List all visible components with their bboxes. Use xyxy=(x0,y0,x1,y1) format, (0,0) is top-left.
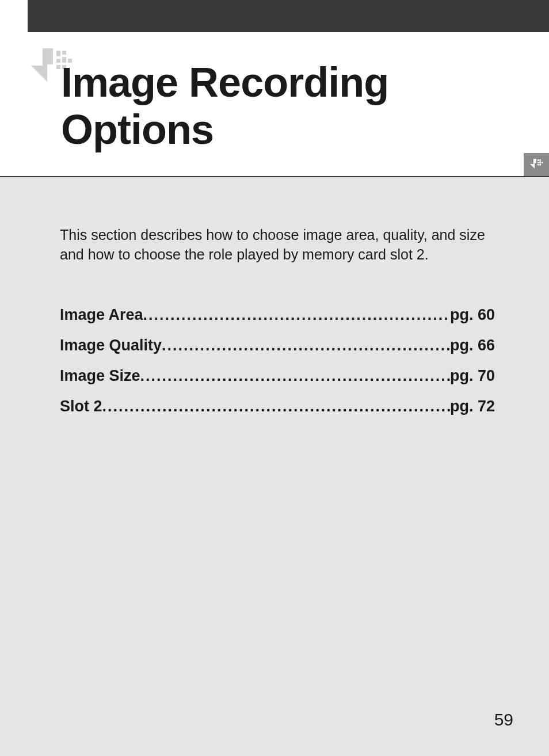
toc-dots xyxy=(102,398,450,415)
white-corner-tab xyxy=(0,0,28,32)
toc-entry: Image Size pg. 70 xyxy=(60,367,495,385)
svg-rect-10 xyxy=(540,162,542,164)
toc-dots xyxy=(140,367,450,385)
side-thumb-tab xyxy=(524,153,549,176)
intro-paragraph: This section describes how to choose ima… xyxy=(60,226,495,265)
svg-rect-1 xyxy=(62,51,66,55)
toc-label: Image Size xyxy=(60,367,140,385)
toc-entry: Image Quality pg. 66 xyxy=(60,337,495,354)
svg-rect-2 xyxy=(56,59,60,63)
chapter-title: Image Recording Options xyxy=(61,59,549,153)
toc-page-ref: pg. 60 xyxy=(450,306,495,324)
toc-label: Slot 2 xyxy=(60,398,102,415)
top-header-bar xyxy=(0,0,549,32)
svg-rect-5 xyxy=(56,65,60,69)
toc-page-ref: pg. 72 xyxy=(450,398,495,415)
svg-rect-9 xyxy=(537,162,539,164)
chapter-header: Image Recording Options xyxy=(0,32,549,177)
memory-card-arrow-small-icon xyxy=(528,156,544,173)
svg-rect-11 xyxy=(542,162,543,164)
svg-rect-0 xyxy=(56,51,60,56)
toc-dots xyxy=(143,306,450,324)
toc-entry: Slot 2 pg. 72 xyxy=(60,398,495,415)
toc-page-ref: pg. 70 xyxy=(450,367,495,385)
page-number: 59 xyxy=(494,710,513,730)
toc-entry: Image Area pg. 60 xyxy=(60,306,495,324)
toc-label: Image Area xyxy=(60,306,143,324)
toc-label: Image Quality xyxy=(60,337,162,354)
toc-dots xyxy=(162,337,450,354)
table-of-contents: Image Area pg. 60 Image Quality pg. 66 I… xyxy=(60,306,495,428)
svg-rect-7 xyxy=(537,159,539,161)
toc-page-ref: pg. 66 xyxy=(450,337,495,354)
svg-rect-12 xyxy=(537,164,539,166)
svg-rect-13 xyxy=(540,164,542,166)
svg-rect-8 xyxy=(540,159,542,161)
